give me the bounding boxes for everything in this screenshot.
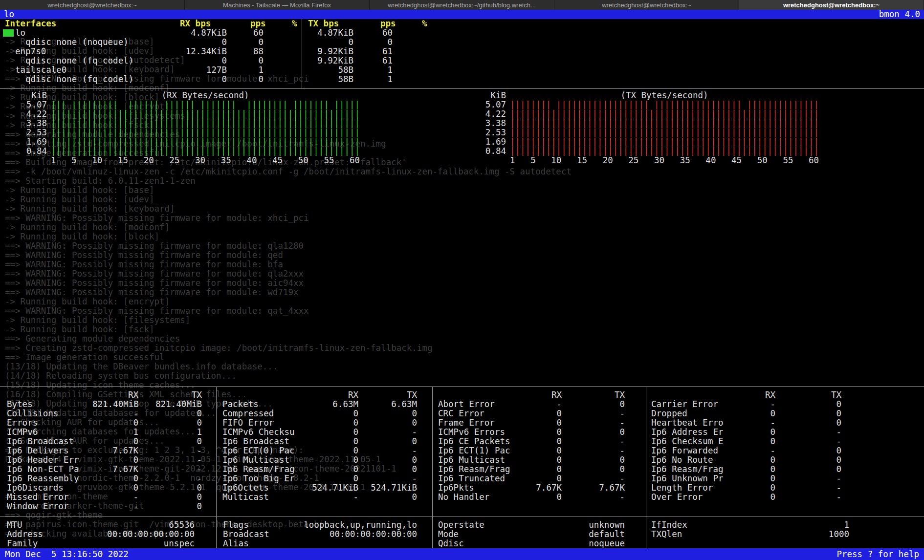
stat-label: ICMPv6 Checksu <box>222 428 308 437</box>
rx-bps-value: 4.87KiB <box>176 28 227 38</box>
stat-label: Compressed <box>222 409 308 418</box>
stat-row: Ip6 Delivers7.67K- <box>7 446 202 455</box>
column-header: Interfaces <box>5 19 56 28</box>
info-row: Flagsloopback,up,running,lo <box>223 520 417 530</box>
stat-label: Abort Error <box>438 400 524 409</box>
tab-title: wretchedghost@wretchedbox:~ <box>783 1 880 9</box>
stats-column: RXTXPackets6.63M6.63MCompressed00FIFO Er… <box>222 390 417 502</box>
stat-rx-value: - <box>524 400 562 409</box>
stat-label: Ip6Octets <box>222 483 308 493</box>
tx-bps-value: 58B <box>307 65 353 75</box>
graph-bars-row: ||||||||||||||||||||||||||||||||||||||||… <box>51 137 360 147</box>
info-row: TXQlen1000 <box>651 530 849 539</box>
graph-row: 0.84||||||||||||||||||||||||||||||||||||… <box>0 147 360 156</box>
stat-tx-value: - <box>138 455 202 465</box>
graph-axis-row: 1 5 10 15 20 25 30 35 40 45 50 55 60 <box>0 156 360 165</box>
rx-column-header: RX <box>308 390 358 400</box>
tab-title: wretchedghost@wretchedbox:~ <box>602 1 691 9</box>
stat-rx-value: 0 <box>308 474 358 483</box>
interface-row[interactable]: enp7s012.34KiB889.92KiB61 <box>5 47 422 56</box>
interface-row[interactable]: tailscale0127B158B1 <box>5 65 422 75</box>
info-row: Address00:00:00:00:00:00 <box>7 530 195 539</box>
stat-tx-value: 0 <box>562 465 625 474</box>
spacer <box>293 47 307 56</box>
stat-label: Window Error <box>7 502 92 511</box>
graph-row: 3.38||||||||||||||||||||||||||||||||||||… <box>459 119 819 128</box>
tx-pps-value: 61 <box>353 47 393 56</box>
column-header: RX bps <box>180 19 211 28</box>
info-row: Operstateunknown <box>438 520 625 530</box>
interface-name: qdisc none (fq_codel) <box>5 75 176 84</box>
stats-header-row: RXTX <box>222 390 417 400</box>
stat-rx-value: 0 <box>308 446 358 455</box>
info-column: MTU65536Address00:00:00:00:00:00Familyun… <box>7 520 195 548</box>
stat-row: Ip6 Broadcast00 <box>7 437 202 446</box>
rx-pps-value: 60 <box>227 28 264 38</box>
info-label: Address <box>7 530 43 539</box>
stat-label: Ip6 Too Big Er <box>222 474 308 483</box>
stat-row: ICMPv6 Checksu0- <box>222 428 417 437</box>
stat-tx-value: - <box>358 428 417 437</box>
y-axis-label: 1.69 <box>459 137 506 147</box>
graph-bars-row: |||||||| |||||||||||||||||| ||||||||||||… <box>510 100 819 109</box>
stats-column-divider <box>216 387 217 548</box>
y-axis-label: 1.69 <box>0 137 47 147</box>
stat-row: Ip6 Multicast00 <box>222 455 417 465</box>
y-axis-label: 3.38 <box>459 119 506 128</box>
terminal-tab[interactable]: wretchedghost@wretchedbox:~ <box>554 0 739 10</box>
stat-rx-value: 0 <box>524 418 562 428</box>
terminal-tab[interactable]: wretchedghost@wretchedbox:~ <box>0 0 185 10</box>
stat-label: Ip6 Forwarded <box>651 446 737 455</box>
rx-pps-value: 88 <box>227 47 264 56</box>
stat-label: Ip6Pkts <box>438 483 524 493</box>
x-axis-labels: 1 5 10 15 20 25 30 35 40 45 50 55 60 <box>51 156 360 165</box>
stat-tx-value: 0 <box>775 455 841 465</box>
stat-tx-value: - <box>138 465 202 474</box>
stats-header-row: RXTX <box>651 390 841 400</box>
list-bottom-separator <box>0 88 924 89</box>
graph-row: 3.38||||||||||||||||||||||||||||||||||||… <box>0 119 360 128</box>
stat-label: Length Error <box>651 483 737 493</box>
stat-rx-value: 0 <box>92 418 138 428</box>
stat-rx-value: 0 <box>524 493 562 502</box>
stat-tx-value: 0 <box>358 418 417 428</box>
interface-list: lo4.87KiB604.87KiB60qdisc none (noqueue)… <box>5 28 422 84</box>
stat-tx-value: - <box>138 446 202 455</box>
stats-header-spacer <box>7 390 92 400</box>
tx-percent-value <box>393 65 422 75</box>
stat-row: Ip6 ECT(0) Pac0- <box>222 446 417 455</box>
tx-column-header: TX <box>138 390 202 400</box>
terminal-tab-bar: wretchedghost@wretchedbox:~Machines - Ta… <box>0 0 924 10</box>
stat-row: Ip6 ECT(1) Pac0- <box>438 446 625 455</box>
graph-bars-row: ||||||||||||||||||||||||||||||||||||||||… <box>510 147 819 156</box>
terminal-tab[interactable]: wretchedghost@wretchedbox:~/github/blog.… <box>370 0 554 10</box>
interface-name: lo <box>5 28 176 38</box>
graph-row: 1.69||||||||||||||||||||||||||||||||||||… <box>459 137 819 147</box>
stat-row: Ip6Discards00 <box>7 483 202 493</box>
info-row: MTU65536 <box>7 520 195 530</box>
stat-label: Errors <box>7 418 92 428</box>
stat-label: Ip6Discards <box>7 483 92 493</box>
terminal-tab[interactable]: wretchedghost@wretchedbox:~ <box>739 0 924 10</box>
interface-row[interactable]: lo4.87KiB604.87KiB60 <box>5 28 422 38</box>
stat-label: Ip6 Unknown Pr <box>651 474 737 483</box>
terminal-tab[interactable]: Machines - Tailscale — Mozilla Firefox <box>185 0 370 10</box>
tx-column-header: TX <box>562 390 625 400</box>
info-value: default <box>589 530 625 539</box>
stat-row: Ip6 Checksum E0- <box>651 437 841 446</box>
info-value: unspec <box>164 539 195 548</box>
qdisc-row: qdisc none (fq_codel)0058B1 <box>5 75 422 84</box>
stat-row: Length Error0- <box>651 483 841 493</box>
stat-tx-value: 0 <box>138 418 202 428</box>
stat-tx-value: 0 <box>138 493 202 502</box>
tx-bps-value: 9.92KiB <box>307 47 353 56</box>
stat-rx-value: - <box>92 502 138 511</box>
stat-row: FIFO Error00 <box>222 418 417 428</box>
graph-title: (TX Bytes/second) <box>510 91 819 100</box>
info-label: Operstate <box>438 520 484 530</box>
stat-rx-value: 0 <box>737 437 775 446</box>
graph-row: 4.22||||||||||||||||||||||||||||||||||||… <box>459 109 819 119</box>
tx-percent-value <box>393 38 422 47</box>
qdisc-row: qdisc none (noqueue)0000 <box>5 38 422 47</box>
selection-cursor <box>3 29 14 37</box>
